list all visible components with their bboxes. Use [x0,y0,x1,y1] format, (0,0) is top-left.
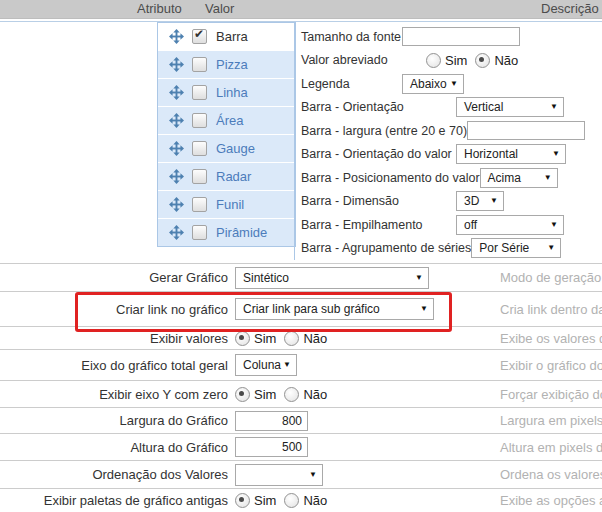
select-coluna[interactable]: Coluna▼ [235,354,297,376]
chart-type-label: Radar [216,169,251,184]
config-control: ▼ [235,464,323,486]
select-value: off [464,218,477,232]
radio-button-icon[interactable] [235,493,250,508]
config-label: Altura do Gráfico [0,440,228,455]
radio-option-sim[interactable]: Sim [235,387,276,402]
radio-option-sim[interactable]: Sim [235,493,276,508]
radio-option-sim[interactable]: Sim [235,331,276,346]
select-value: Sintético [243,271,289,285]
chart-type-checkbox[interactable] [192,169,207,184]
general-settings-rows: Gerar GráficoSintético▼Modo de geração d… [0,263,602,512]
setting-row-barra-posicionamento-do-valor: Barra - Posicionamento do valorAcima▼ [295,166,602,190]
setting-label: Barra - Dimensão [301,194,456,208]
chart-type-checkbox[interactable] [192,197,207,212]
chart-type-checkbox[interactable] [192,225,207,240]
radio-option-nao[interactable]: Não [284,387,327,402]
select-acima[interactable]: Acima▼ [480,168,558,188]
select-3d[interactable]: 3D▼ [456,191,504,211]
config-description: Altura em pixels d [500,440,602,455]
chart-type-label: Funil [216,197,244,212]
radio-group: SimNão [426,53,518,68]
select-value: Vertical [464,100,503,114]
config-label: Exibir paletas de gráfico antigas [0,493,228,508]
select-horizontal[interactable]: Horizontal▼ [456,144,566,164]
chart-settings-panel: Tamanho da fonteValor abreviadoSimNãoLeg… [294,22,602,260]
config-control: SimNão [235,387,327,402]
radio-button-icon[interactable] [426,53,441,68]
chart-type-checkbox[interactable] [192,57,207,72]
chart-type-label: Linha [216,85,248,100]
chart-type-label: Área [216,113,243,128]
config-control: Sintético▼ [235,267,429,289]
setting-label: Barra - Orientação [301,100,456,114]
chart-config-screen: Atributo Valor Descrição BarraPizzaLinha… [0,0,602,512]
setting-label: Barra - Agrupamento de séries [301,241,471,255]
number-field[interactable] [235,437,308,457]
chevron-down-icon: ▼ [547,244,555,253]
number-field[interactable] [235,411,308,431]
move-icon[interactable] [169,225,184,240]
select-x[interactable]: ▼ [235,464,323,486]
move-icon[interactable] [169,169,184,184]
chevron-down-icon: ▼ [415,273,423,282]
radio-button-icon[interactable] [475,53,490,68]
select-off[interactable]: off▼ [456,215,564,235]
config-description: Exibe as opções a [500,493,602,508]
select-sintetico[interactable]: Sintético▼ [235,267,429,289]
select-value: Horizontal [464,147,518,161]
setting-row-valor-abreviado: Valor abreviadoSimNão [295,49,602,73]
select-vertical[interactable]: Vertical▼ [456,97,564,117]
select-por-serie[interactable]: Por Série▼ [471,238,561,258]
radio-button-icon[interactable] [235,331,250,346]
radio-button-icon[interactable] [284,387,299,402]
chart-type-checkbox[interactable] [192,113,207,128]
radio-option-nao[interactable]: Não [284,331,327,346]
move-icon[interactable] [169,85,184,100]
config-control: SimNão [235,493,327,508]
chevron-down-icon: ▼ [283,360,291,369]
chart-type-label: Pizza [216,57,248,72]
radio-option-nao[interactable]: Não [284,493,327,508]
config-label: Gerar Gráfico [0,270,228,285]
radio-label: Sim [254,331,276,346]
move-icon[interactable] [169,29,184,44]
move-icon[interactable] [169,57,184,72]
move-icon[interactable] [169,141,184,156]
chevron-down-icon: ▼ [550,103,558,112]
setting-label: Barra - Orientação do valor [301,147,456,161]
column-header-descricao: Descrição [541,1,599,16]
chart-type-row-radar: Radar [158,162,295,190]
setting-row-tamanho-da-fonte: Tamanho da fonte [295,25,602,49]
config-label: Exibir eixo Y com zero [0,387,228,402]
text-field[interactable] [467,121,585,140]
chart-type-row-area: Área [158,106,295,134]
select-criar-link-para-sub-grafico[interactable]: Criar link para sub gráfico▼ [235,298,434,320]
chart-type-checkbox[interactable] [192,141,207,156]
radio-option-sim[interactable]: Sim [426,53,467,68]
chart-type-list: BarraPizzaLinhaÁreaGaugeRadarFunilPirâmi… [157,22,296,247]
column-header-valor: Valor [205,1,234,16]
config-row-criar-link-no-grafico: Criar link no gráficoCriar link para sub… [0,291,602,326]
radio-group: SimNão [235,331,327,346]
radio-button-icon[interactable] [284,331,299,346]
setting-label: Tamanho da fonte [301,30,402,44]
config-label: Criar link no gráfico [0,302,228,317]
text-field[interactable] [402,27,520,46]
move-icon[interactable] [169,197,184,212]
chart-type-row-linha: Linha [158,78,295,106]
config-row-gerar-grafico: Gerar GráficoSintético▼Modo de geração d [0,263,602,291]
select-abaixo[interactable]: Abaixo▼ [402,74,464,94]
setting-label: Barra - Posicionamento do valor [301,171,480,185]
chart-type-checkbox[interactable] [192,85,207,100]
radio-option-nao[interactable]: Não [475,53,518,68]
chevron-down-icon: ▼ [450,79,458,88]
chart-type-row-barra: Barra [158,23,295,50]
chart-type-checkbox[interactable] [192,29,207,44]
radio-label: Sim [254,387,276,402]
radio-button-icon[interactable] [284,493,299,508]
radio-button-icon[interactable] [235,387,250,402]
setting-row-barra-agrupamento-de-series: Barra - Agrupamento de sériesPor Série▼ [295,237,602,261]
move-icon[interactable] [169,113,184,128]
config-description: Largura em pixels [500,413,602,428]
radio-label: Sim [445,53,467,68]
